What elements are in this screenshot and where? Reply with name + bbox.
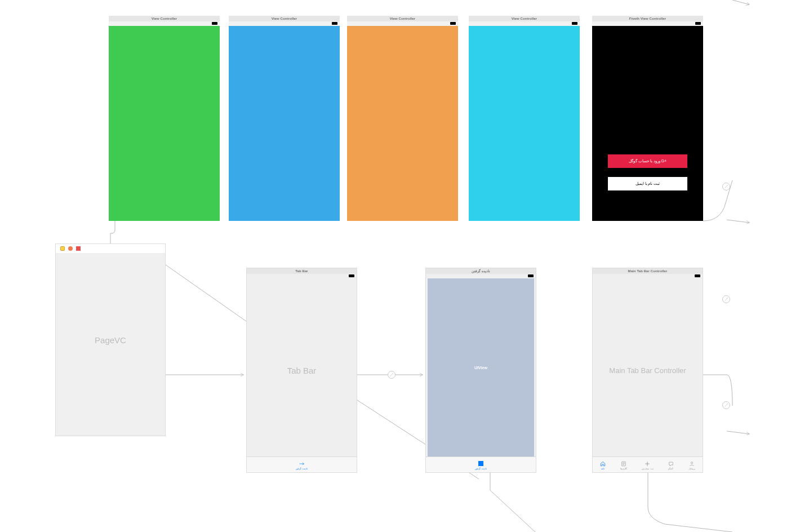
- scene-pagevc[interactable]: PageVC: [55, 243, 166, 436]
- svg-point-1: [691, 462, 692, 463]
- scene-title: Fiveth View Controller: [592, 16, 703, 21]
- tab-item-profile[interactable]: پروفایل: [688, 461, 695, 470]
- tab-item-home[interactable]: خانه: [600, 461, 606, 470]
- profile-icon: [689, 461, 695, 467]
- scene-title: Main Tab Bar Controller: [593, 268, 703, 274]
- dot-3-icon: [76, 246, 81, 251]
- status-bar: [469, 21, 580, 26]
- uiview-box: UIView: [428, 278, 534, 456]
- scene-body: [469, 26, 580, 221]
- tab-label: پروفایل: [688, 467, 695, 470]
- battery-icon: [695, 22, 701, 25]
- status-bar: [592, 21, 703, 26]
- scene-body: ورود با حساب گوگل G+ ثبت نام با ایمیل: [592, 26, 703, 221]
- scene-title: Tab Bar: [247, 268, 357, 274]
- segue-badge-icon: [722, 401, 730, 409]
- scene-body: [109, 26, 220, 221]
- battery-icon: [332, 22, 337, 25]
- status-bar: [593, 274, 703, 278]
- status-bar: [247, 274, 357, 278]
- battery-icon: [212, 22, 217, 25]
- tab-bar: خانه گالری‌ها ثبت سفارش گفتگو پروفایل: [593, 456, 703, 472]
- tab-item-ignore[interactable]: نادیده گرفتن: [475, 461, 486, 470]
- status-bar: [229, 21, 340, 26]
- tab-item-gallery[interactable]: گالری‌ها: [620, 461, 627, 470]
- tab-label: نادیده گرفتن: [475, 467, 486, 470]
- tab-label: نادیده گرفتن: [296, 467, 307, 470]
- tab-label: گفتگو: [668, 467, 673, 470]
- segue-badge-icon: [388, 371, 396, 379]
- tab-label: ثبت سفارش: [642, 467, 653, 470]
- arrow-right-icon: [299, 461, 305, 467]
- status-bar: [109, 21, 220, 26]
- scene-vc-4[interactable]: View Controller: [469, 16, 580, 221]
- battery-icon: [349, 274, 354, 277]
- battery-icon: [695, 274, 700, 277]
- scene-title: نادیده گرفتن: [426, 268, 536, 274]
- google-login-button[interactable]: ورود با حساب گوگل G+: [608, 154, 688, 168]
- tab-bar: نادیده گرفتن: [426, 456, 536, 472]
- scene-tabbar[interactable]: Tab Bar Tab Bar نادیده گرفتن: [246, 268, 357, 473]
- segue-badge-icon: [722, 183, 730, 190]
- scene-vc-2[interactable]: View Controller: [229, 16, 340, 221]
- scene-vc-1[interactable]: View Controller: [109, 16, 220, 221]
- uiview-label: UIView: [474, 366, 487, 370]
- plus-icon: [645, 461, 650, 467]
- scene-maintab[interactable]: Main Tab Bar Controller Main Tab Bar Con…: [592, 268, 703, 473]
- chat-icon: [668, 461, 674, 467]
- battery-icon: [572, 22, 577, 25]
- tabbar-center-label: Tab Bar: [247, 366, 357, 375]
- scene-vc-5[interactable]: Fiveth View Controller ورود با حساب گوگل…: [592, 16, 703, 221]
- battery-icon: [528, 274, 534, 277]
- scene-title: View Controller: [469, 16, 580, 21]
- gallery-icon: [621, 461, 626, 467]
- scene-title: View Controller: [347, 16, 458, 21]
- segue-badge-icon: [722, 295, 730, 303]
- dot-2-icon: [68, 246, 73, 251]
- scene-title: View Controller: [109, 16, 220, 21]
- tab-item-ignore[interactable]: نادیده گرفتن: [296, 461, 307, 470]
- status-bar: [426, 274, 536, 278]
- status-bar: [347, 21, 458, 26]
- email-signup-button[interactable]: ثبت نام با ایمیل: [608, 177, 688, 190]
- home-icon: [600, 461, 606, 467]
- dot-1-icon: [60, 246, 65, 251]
- tab-item-order[interactable]: ثبت سفارش: [642, 461, 653, 470]
- scene-ignore[interactable]: نادیده گرفتن UIView نادیده گرفتن: [425, 268, 536, 473]
- scene-header-dots[interactable]: [60, 246, 81, 251]
- square-icon: [478, 461, 484, 467]
- maintab-center-label: Main Tab Bar Controller: [593, 366, 703, 375]
- tab-label: خانه: [601, 467, 605, 470]
- tab-label: گالری‌ها: [620, 467, 627, 470]
- tab-item-chat[interactable]: گفتگو: [668, 461, 674, 470]
- scene-body: [229, 26, 340, 221]
- scene-title: View Controller: [229, 16, 340, 21]
- scene-body: [347, 26, 458, 221]
- scene-vc-3[interactable]: View Controller: [347, 16, 458, 221]
- pagevc-label: PageVC: [56, 335, 165, 345]
- tab-bar: نادیده گرفتن: [247, 456, 357, 472]
- battery-icon: [450, 22, 456, 25]
